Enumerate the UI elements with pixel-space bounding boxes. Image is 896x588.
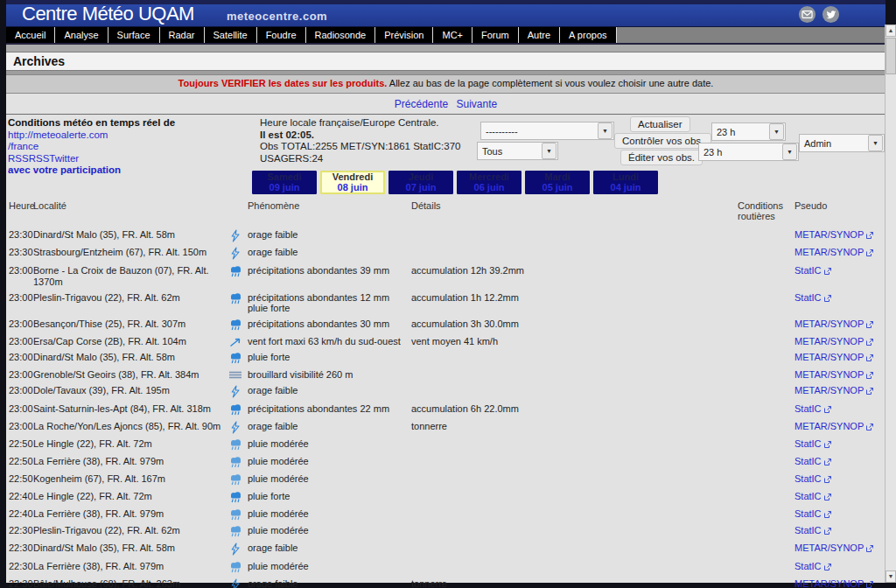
rss-link-2[interactable]: RSS <box>29 153 50 164</box>
obs-icon-cell <box>229 369 248 381</box>
content-frame: Centre Météo UQAM meteocentre.com Accuei… <box>6 0 886 583</box>
tab-day-label: Mardi <box>544 172 570 182</box>
chevron-down-icon: ▼ <box>782 144 797 160</box>
obs-location: La Ferrière (38), FR. Alt. 979m <box>33 456 229 469</box>
pseudo-link[interactable]: METAR/SYNOP <box>794 578 874 588</box>
pseudo-link[interactable]: METAR/SYNOP <box>794 229 874 240</box>
pseudo-link[interactable]: StatIC <box>794 265 832 276</box>
nav-item-autre[interactable]: Autre <box>519 27 560 43</box>
obs-phenomenon: pluie modérée <box>248 508 411 522</box>
obs-phenomenon: pluie forte <box>248 352 411 365</box>
chevron-down-icon: ▼ <box>868 135 883 151</box>
date-tab-04-juin[interactable]: Lundi04 juin <box>593 171 658 194</box>
obs-location: Strasbourg/Entzheim (67), FR. Alt. 150m <box>33 247 229 261</box>
nav-item-pr-vision[interactable]: Prévision <box>375 27 433 43</box>
email-icon[interactable] <box>798 5 816 24</box>
obs-location: Besançon/Thise (25), FR. Alt. 307m <box>33 318 229 332</box>
nav-item-surface[interactable]: Surface <box>108 27 160 43</box>
external-link-icon <box>823 508 832 519</box>
nav-item-radar[interactable]: Radar <box>160 27 205 43</box>
pseudo-link[interactable]: METAR/SYNOP <box>794 336 874 346</box>
pseudo-link[interactable]: StatIC <box>794 561 832 571</box>
hour-select-1[interactable]: 23 h▼ <box>711 122 786 141</box>
lightning-icon <box>229 581 241 588</box>
station-select[interactable]: ----------▼ <box>480 122 614 140</box>
filter-select[interactable]: Tous▼ <box>477 142 558 160</box>
twitter-icon[interactable] <box>822 5 840 24</box>
pseudo-link[interactable]: METAR/SYNOP <box>794 352 874 362</box>
pseudo-link[interactable]: METAR/SYNOP <box>794 421 874 431</box>
pseudo-link[interactable]: StatIC <box>794 491 832 501</box>
rain-moderate-icon <box>229 527 242 537</box>
nav-item-a-propos[interactable]: A propos <box>560 27 616 43</box>
pager-previous-link[interactable]: Précédente <box>395 98 448 110</box>
obs-icon-cell <box>229 421 248 435</box>
pseudo-link[interactable]: StatIC <box>794 525 832 536</box>
hour-select-2[interactable]: 23 h▼ <box>698 143 799 161</box>
pseudo-link[interactable]: METAR/SYNOP <box>794 542 874 553</box>
scrollbar-thumb[interactable] <box>886 38 896 74</box>
rain-strong-icon <box>229 493 242 503</box>
chevron-down-icon: ▼ <box>542 143 556 159</box>
rss-link-3[interactable]: Twitter <box>49 153 79 164</box>
nav-item-analyse[interactable]: Analyse <box>55 27 108 43</box>
scroll-down-button[interactable]: ▼ <box>886 570 896 583</box>
admin-select[interactable]: Admin▼ <box>799 134 885 152</box>
pseudo-link[interactable]: StatIC <box>794 403 832 414</box>
pseudo-link[interactable]: METAR/SYNOP <box>794 385 874 396</box>
date-tab-09-juin[interactable]: Samedi09 juin <box>252 171 317 194</box>
pseudo-link[interactable]: StatIC <box>794 508 832 519</box>
date-tab-08-juin[interactable]: Vendredi08 juin <box>320 171 385 194</box>
rain-moderate-icon <box>229 475 242 486</box>
obs-icon-cell <box>229 229 248 243</box>
refresh-button[interactable]: Actualiser <box>630 116 690 132</box>
pseudo-link[interactable]: METAR/SYNOP <box>794 369 874 380</box>
meteoalerte-link[interactable]: http://meteoalerte.com <box>8 130 108 140</box>
obs-time: 23:00 <box>9 318 33 332</box>
table-row: 22:50La Ferrière (38), FR. Alt. 979mplui… <box>6 454 886 472</box>
nav-item-accueil[interactable]: Accueil <box>6 27 55 43</box>
obs-location: Bâle/Mulhouse (68), FR. Alt. 263m <box>33 578 229 588</box>
obs-details <box>411 491 738 504</box>
pseudo-link[interactable]: METAR/SYNOP <box>794 247 874 257</box>
pseudo-link[interactable]: StatIC <box>794 456 832 466</box>
table-row: 22:30Bâle/Mulhouse (68), FR. Alt. 263mor… <box>6 576 886 588</box>
table-row: 22:50Le Hingle (22), FR. Alt. 72mpluie m… <box>6 437 886 454</box>
obs-location: Grenoble/St Geoirs (38), FR. Alt. 384m <box>33 369 229 381</box>
obs-details <box>411 542 738 556</box>
date-tab-05-juin[interactable]: Mardi05 juin <box>525 171 590 194</box>
nav-bar: AccueilAnalyseSurfaceRadarSatelliteFoudr… <box>6 27 886 45</box>
date-tab-07-juin[interactable]: Jeudi07 juin <box>388 171 453 194</box>
obs-icon-cell <box>229 473 248 486</box>
scrollbar[interactable]: ▲ ▼ <box>885 24 896 583</box>
pseudo-link[interactable]: StatIC <box>794 473 832 484</box>
edit-obs-button[interactable]: Éditer vos obs. <box>620 150 703 165</box>
obs-pseudo-cell: METAR/SYNOP <box>794 578 886 588</box>
obs-pseudo-cell: METAR/SYNOP <box>794 247 886 261</box>
obs-road-conditions <box>738 525 794 538</box>
nav-item-foudre[interactable]: Foudre <box>257 27 306 43</box>
pseudo-link[interactable]: METAR/SYNOP <box>794 318 874 329</box>
realtime-intro: Conditions météo en temps réel de http:/… <box>8 117 260 177</box>
obs-road-conditions <box>738 438 794 452</box>
nav-item-radiosonde[interactable]: Radiosonde <box>306 27 376 43</box>
date-tab-06-juin[interactable]: Mercredi06 juin <box>457 171 522 194</box>
nav-item-mc+[interactable]: MC+ <box>433 27 472 43</box>
obs-pseudo-cell: METAR/SYNOP <box>794 385 886 399</box>
france-link[interactable]: /france <box>8 141 38 151</box>
tab-date-label: 05 juin <box>542 182 573 192</box>
control-obs-button[interactable]: Contrôler vos obs. <box>614 133 711 149</box>
rss-link-1[interactable]: RSS <box>8 153 29 164</box>
scroll-up-button[interactable]: ▲ <box>886 24 896 37</box>
nav-item-satellite[interactable]: Satellite <box>205 27 257 43</box>
obs-phenomenon: pluie modérée <box>248 438 411 452</box>
obs-time: 23:00 <box>9 292 33 314</box>
nav-item-forum[interactable]: Forum <box>472 27 519 43</box>
tab-day-label: Samedi <box>267 172 301 182</box>
obs-road-conditions <box>738 318 794 332</box>
obs-time: 23:30 <box>9 229 33 243</box>
pager-next-link[interactable]: Suivante <box>457 98 498 110</box>
pseudo-link[interactable]: StatIC <box>794 292 832 303</box>
pseudo-link[interactable]: StatIC <box>794 438 832 449</box>
obs-icon-cell <box>229 247 248 261</box>
